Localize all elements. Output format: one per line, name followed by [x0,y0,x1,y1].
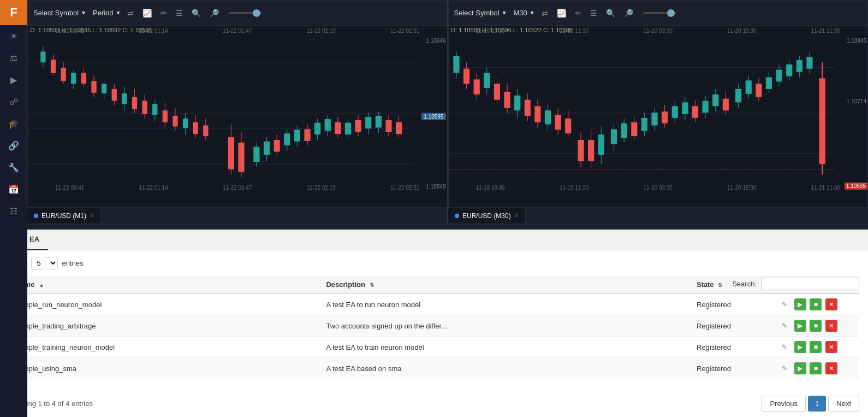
svg-rect-106 [610,129,616,144]
sidebar-icon-scales[interactable]: ⚖ [0,47,27,69]
chart2-period-dropdown-icon[interactable]: ▼ [530,10,535,16]
chart1-time-bottom: 11-22 00:41 11-22 01:14 11-22 01:47 11-2… [28,185,447,191]
svg-rect-122 [692,106,698,118]
row1-ops: ✎ ▶ ■ ✕ [772,293,859,315]
svg-rect-56 [325,119,331,131]
svg-rect-44 [264,142,270,155]
chart2-slider-track[interactable] [643,12,676,14]
svg-rect-98 [565,119,571,133]
chart2-tab-label: EUR/USD (M30) [462,212,511,220]
sidebar-icon-wrench[interactable]: 🔧 [0,156,27,178]
svg-rect-6 [51,60,56,73]
show-entries-row: Show 5 10 25 50 entries [9,257,859,269]
chart1-pencil-btn[interactable]: ✏ [158,8,169,19]
row4-ops: ✎ ▶ ■ ✕ [772,358,859,379]
search-input[interactable] [761,278,859,290]
page-num[interactable]: 1 [808,396,826,412]
sidebar-icon-calendar[interactable]: 📅 [0,178,27,200]
app-logo[interactable]: F [0,0,27,25]
sidebar-icon-link[interactable]: 🔗 [0,134,27,156]
chart2-swap-btn[interactable]: ⇄ [539,8,550,19]
chart2-zoom-in-btn[interactable]: 🔍 [604,8,617,19]
chart1-period-label: Period [93,9,114,17]
chart2-zoom-out-btn[interactable]: 🔎 [622,8,635,19]
row1-play-btn[interactable]: ▶ [794,298,806,310]
chart1-zoom-in-btn[interactable]: 🔍 [189,8,203,19]
chart1-tab-close[interactable]: ✕ [90,213,94,219]
chart2-tab-close[interactable]: ✕ [514,213,519,219]
chart1-line-btn[interactable]: 📈 [140,8,154,19]
row4-desc: A test EA based on sma [319,358,690,379]
chart1-list-btn[interactable]: ☰ [174,8,185,19]
chart2-list-btn[interactable]: ☰ [588,8,599,19]
row2-delete-btn[interactable]: ✕ [825,320,837,332]
svg-rect-64 [365,117,371,129]
row1-stop-btn[interactable]: ■ [810,298,822,310]
svg-rect-52 [304,129,310,141]
svg-rect-20 [122,93,127,104]
col-name[interactable]: Name ▲ [9,276,319,293]
chart1-price-mid: 1.10595 [421,113,445,120]
row3-edit-btn[interactable]: ✎ [778,341,790,353]
sidebar-icon-chart[interactable]: ☍ [0,91,27,113]
chart2-pencil-btn[interactable]: ✏ [573,8,584,19]
chart2-price-high: 1.10843 [847,38,866,44]
table-row: sample_trading_arbitrage Two accounts si… [9,315,859,337]
chart1-period-select[interactable]: Period ▼ [93,9,121,17]
chart1-symbol-select[interactable]: Select Symbol ▼ [33,9,86,17]
sidebar-icon-graduation[interactable]: 🎓 [0,113,27,134]
sidebar-icon-layers[interactable]: ☷ [0,200,27,222]
row3-delete-btn[interactable]: ✕ [825,341,837,353]
chart1-symbol-dropdown-icon[interactable]: ▼ [81,10,86,16]
chart2-svg [449,36,835,191]
entries-select[interactable]: 5 10 25 50 [31,257,58,269]
row4-stop-btn[interactable]: ■ [810,362,822,374]
chart2-symbol-select[interactable]: Select Symbol ▼ [454,9,507,17]
chart1-period-dropdown-icon[interactable]: ▼ [116,10,121,16]
chart1-tab-label: EUR/USD (M1) [41,212,86,220]
svg-rect-124 [702,101,708,113]
row3-name: sample_training_neuron_model [9,337,319,358]
svg-rect-76 [453,56,459,73]
next-btn[interactable]: Next [828,396,859,412]
row2-play-btn[interactable]: ▶ [794,320,806,332]
panel-header: ✕ EA [0,230,868,250]
svg-rect-50 [294,130,300,142]
svg-rect-62 [355,120,361,132]
svg-rect-96 [555,115,561,130]
svg-rect-112 [641,118,647,131]
row3-desc: A test EA to train neuron model [319,337,690,358]
row4-name: sample_using_sma [9,358,319,379]
row2-stop-btn[interactable]: ■ [810,320,822,332]
row1-edit-btn[interactable]: ✎ [778,298,790,310]
sidebar-icon-video[interactable]: ▶ [0,69,27,91]
row3-stop-btn[interactable]: ■ [810,341,822,353]
previous-btn[interactable]: Previous [762,396,806,412]
chart2-line-btn[interactable]: 📈 [555,8,568,19]
row4-edit-btn[interactable]: ✎ [778,362,790,374]
chart2-period-select[interactable]: M30 ▼ [514,9,535,17]
chart2-price-mid: 1.10714 [847,98,866,104]
row1-delete-btn[interactable]: ✕ [825,298,837,310]
chart2-tab[interactable]: EUR/USD (M30) ✕ [448,208,526,224]
svg-rect-78 [463,69,469,84]
row2-edit-btn[interactable]: ✎ [778,320,790,332]
row3-ops: ✎ ▶ ■ ✕ [772,337,859,358]
chart1-tab[interactable]: EUR/USD (M1) ✕ [27,208,101,224]
sidebar-icon-person[interactable]: ☀ [0,25,27,47]
chart2-period-label: M30 [514,9,527,17]
chart1-swap-btn[interactable]: ⇄ [125,8,136,19]
row4-delete-btn[interactable]: ✕ [825,362,837,374]
panel-content: Show 5 10 25 50 entries Search: Name ▲ D… [0,250,868,386]
row4-play-btn[interactable]: ▶ [794,362,806,374]
row2-desc: Two accounts signed up on the differ... [319,315,690,337]
bottom-panel: ✕ EA Show 5 10 25 50 entries Search: Nam… [0,230,868,417]
chart1-zoom-out-btn[interactable]: 🔎 [207,8,221,19]
svg-rect-24 [142,101,147,114]
row3-play-btn[interactable]: ▶ [794,341,806,353]
svg-rect-4 [40,51,45,62]
chart2-symbol-dropdown-icon[interactable]: ▼ [502,10,507,16]
col-description[interactable]: Description ⇅ [319,276,690,293]
chart1-slider-track[interactable] [229,12,261,14]
chart1-price-tag: 1.10595 [421,113,445,120]
